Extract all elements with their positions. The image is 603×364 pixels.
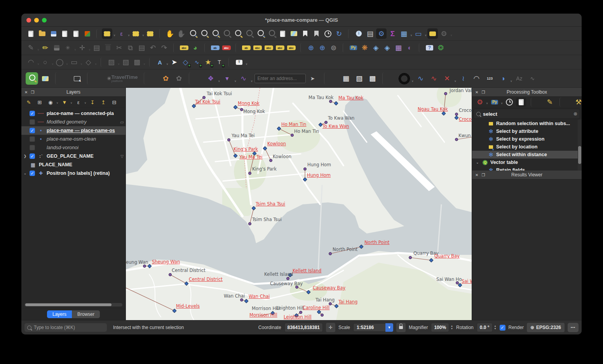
layer-visibility-checkbox[interactable]: [30, 119, 35, 125]
layer-row[interactable]: place-name-osm-clean: [21, 135, 125, 143]
gdal-tools-plugin[interactable]: ❂: [436, 43, 446, 53]
coordinate-value[interactable]: 836413,818381: [284, 323, 323, 332]
identify-features[interactable]: [354, 28, 364, 39]
separator[interactable]: [559, 98, 570, 107]
copy-features[interactable]: ⧉: [125, 43, 136, 53]
clear-search-icon[interactable]: ⊗: [573, 111, 577, 117]
zoom-window-button[interactable]: [42, 18, 47, 23]
geocode-pin-tool[interactable]: ❖: [204, 72, 217, 85]
tab-browser[interactable]: Browser: [72, 310, 100, 318]
select-by-location[interactable]: [145, 28, 155, 39]
arc-measure-tool[interactable]: ◠: [470, 72, 483, 85]
zoom-in[interactable]: +: [187, 28, 198, 39]
color-grid-plugin[interactable]: ▦: [393, 43, 404, 53]
puzzle-tool-2[interactable]: ▩: [366, 72, 378, 85]
metasearch-add-service[interactable]: ⊕: [306, 43, 316, 53]
toolbox-algorithm-row[interactable]: ⌄ Select within distance: [472, 151, 582, 158]
xy-curve-tool[interactable]: ∿: [414, 72, 427, 85]
show-spatial-bookmarks[interactable]: [311, 28, 322, 39]
statistical-summary[interactable]: ▤: [365, 28, 375, 39]
new-spatial-bookmark[interactable]: [300, 28, 310, 39]
traveltime-logo[interactable]: ✳TravelTimeplatform: [103, 72, 140, 85]
rotation-value[interactable]: 0.0 °: [477, 323, 493, 332]
regular-polygon-tool[interactable]: ◇: [83, 57, 94, 68]
numbering-tool[interactable]: 123: [483, 72, 496, 85]
geocode-cursor-button[interactable]: ➤: [306, 72, 319, 85]
cut-features[interactable]: ✂: [114, 43, 124, 53]
toggle-labels-visibility[interactable]: ab: [241, 43, 251, 53]
redo[interactable]: ↷: [159, 43, 169, 53]
traveltime-tool-disabled[interactable]: ✿: [173, 72, 185, 85]
zoom-last[interactable]: ◂: [255, 28, 265, 39]
project-open[interactable]: [37, 28, 47, 39]
show-statistics[interactable]: Σ: [387, 28, 398, 39]
zoom-to-layer[interactable]: [232, 28, 243, 39]
text-along-line-tool[interactable]: T: [214, 57, 225, 68]
pan-map[interactable]: ✋: [165, 28, 175, 39]
style-manager[interactable]: [82, 28, 92, 39]
separator[interactable]: [382, 72, 395, 85]
layer-visibility-checkbox[interactable]: [30, 145, 35, 150]
separator[interactable]: [228, 57, 231, 67]
lock-scale-button[interactable]: [396, 323, 406, 332]
move-label[interactable]: abc: [263, 43, 274, 53]
digitize-options[interactable]: ✳: [63, 43, 73, 53]
open-layer-styling[interactable]: ✎: [24, 98, 33, 106]
edit-features-in-place[interactable]: [516, 98, 526, 107]
run-feature-action[interactable]: ⚙: [439, 28, 449, 39]
plugin-palette[interactable]: ❋: [359, 43, 370, 53]
ellipse-tool[interactable]: ◯: [54, 57, 65, 68]
zoom-native[interactable]: [244, 28, 254, 39]
map-canvas[interactable]: Tai Kok TsuiMong KokMa Tau KokTo Kwa Wan…: [126, 88, 472, 320]
separator[interactable]: [144, 72, 157, 85]
layout-manager[interactable]: [71, 28, 81, 39]
geonetwork-browser[interactable]: ⊚: [328, 43, 339, 53]
model-designer-1[interactable]: ◈: [371, 43, 381, 53]
zoom-out[interactable]: −: [199, 28, 209, 39]
deselect-features[interactable]: [131, 28, 141, 39]
separator[interactable]: [55, 72, 68, 85]
crs-button[interactable]: ⊕EPSG:2326: [527, 323, 565, 332]
separator[interactable]: [159, 29, 162, 38]
metasearch-search[interactable]: ⊕: [317, 43, 328, 53]
separator[interactable]: [173, 43, 176, 52]
layer-row[interactable]: landsd-voronoi: [21, 143, 125, 152]
modify-attributes[interactable]: ▤: [91, 43, 102, 53]
layer-right-icon[interactable]: ▭: [120, 120, 124, 124]
expand-all[interactable]: ↧: [88, 98, 97, 106]
circle-tool[interactable]: ○: [40, 57, 51, 68]
separator[interactable]: [324, 72, 337, 85]
rotate-label[interactable]: abc: [275, 43, 285, 53]
extent-toggle-button[interactable]: ✛: [326, 323, 335, 332]
results-note[interactable]: ✎: [545, 98, 555, 107]
render-checkbox[interactable]: [500, 325, 505, 331]
toolbox-algorithm-row[interactable]: ⌄ Vector table: [472, 158, 582, 166]
grid-tool[interactable]: ▦: [340, 72, 352, 85]
layer-labeling[interactable]: abc: [179, 43, 189, 53]
layer-visibility-checkbox[interactable]: [30, 153, 35, 159]
refresh-map[interactable]: ↻: [334, 28, 344, 39]
layer-diagram[interactable]: ◕: [190, 43, 200, 53]
model-designer-2[interactable]: ◈: [382, 43, 392, 53]
puzzle-tool-1[interactable]: ▧: [353, 72, 365, 85]
separator[interactable]: [101, 57, 103, 67]
select-annotation-tool[interactable]: ➤: [169, 57, 180, 68]
quickmapservices[interactable]: [39, 72, 51, 85]
separator[interactable]: [348, 29, 351, 38]
select-features[interactable]: [102, 28, 112, 39]
text-annotation-tool[interactable]: A: [155, 57, 165, 68]
python-processing[interactable]: Py: [490, 98, 500, 107]
osm-place-search[interactable]: [26, 72, 38, 85]
project-save[interactable]: [48, 28, 59, 39]
toggle-editing[interactable]: ✏: [40, 43, 51, 53]
processing-history-clock[interactable]: [504, 98, 514, 107]
azimuth-tool-2[interactable]: ∿: [526, 72, 539, 85]
separator[interactable]: [96, 29, 99, 38]
locator-search[interactable]: Type to locate (⌘K): [24, 323, 107, 332]
undo[interactable]: ↶: [148, 43, 158, 53]
scale-combobox[interactable]: 1:52186 ▼: [353, 323, 393, 332]
zoom-next[interactable]: ▸: [266, 28, 277, 39]
python-console[interactable]: Py: [348, 43, 359, 53]
rotation-stepper[interactable]: ▲▼: [494, 325, 497, 330]
minimize-window-button[interactable]: [34, 18, 39, 23]
